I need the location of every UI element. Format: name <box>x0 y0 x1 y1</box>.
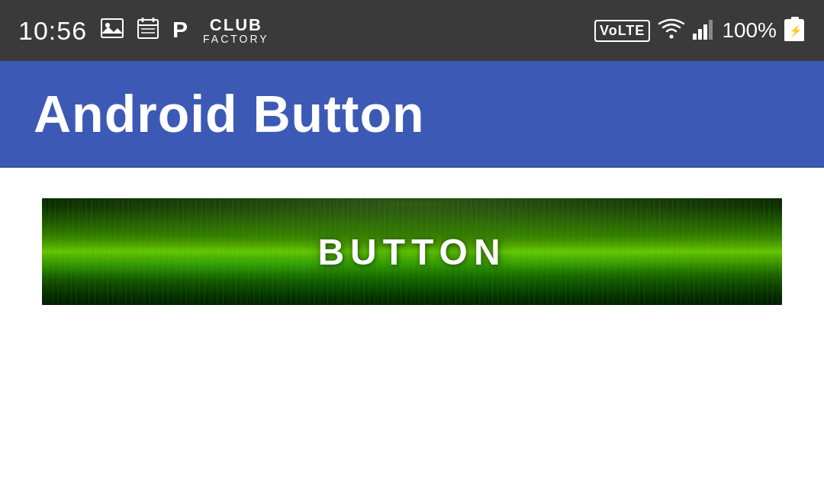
main-content: BUTTON <box>0 168 824 504</box>
wifi-icon <box>658 18 685 43</box>
status-bar: 10:56 P <box>0 0 824 61</box>
status-time: 10:56 <box>18 16 87 46</box>
parking-icon: P <box>172 18 189 44</box>
svg-point-10 <box>670 35 674 39</box>
svg-rect-12 <box>698 29 702 40</box>
svg-text:⚡: ⚡ <box>789 24 803 37</box>
calendar-icon <box>137 18 159 44</box>
battery-percent: 100% <box>722 18 777 43</box>
status-bar-left: 10:56 P <box>18 16 269 46</box>
factory-text: FACTORY <box>203 34 269 44</box>
status-bar-right: VoLTE 100% <box>594 17 806 44</box>
svg-rect-0 <box>101 19 123 37</box>
svg-rect-13 <box>703 24 707 40</box>
volte-badge: VoLTE <box>594 20 650 42</box>
club-factory-logo: CLUB FACTORY <box>203 17 269 44</box>
gallery-icon <box>101 18 124 43</box>
svg-rect-14 <box>709 20 713 40</box>
battery-icon: ⚡ <box>784 17 806 44</box>
app-header: Android Button <box>0 61 824 168</box>
svg-point-1 <box>105 23 110 27</box>
page-title: Android Button <box>34 84 425 143</box>
svg-text:P: P <box>172 18 188 39</box>
club-text: CLUB <box>210 17 262 34</box>
button-label: BUTTON <box>317 231 506 273</box>
signal-icon <box>693 18 714 43</box>
svg-marker-2 <box>101 27 123 34</box>
svg-rect-11 <box>693 34 697 40</box>
grass-button[interactable]: BUTTON <box>42 198 782 305</box>
svg-rect-17 <box>791 17 799 21</box>
